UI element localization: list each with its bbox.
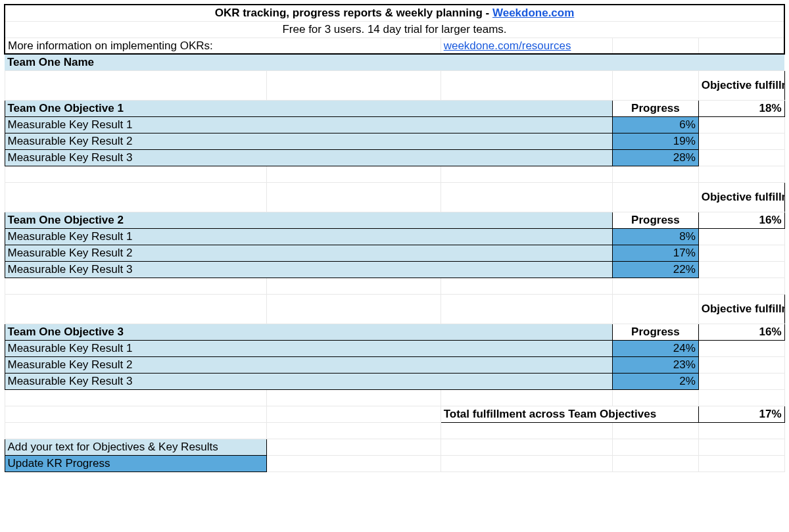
objective-fulfillment-header: Objective fulfillment <box>698 294 784 324</box>
okr-spreadsheet[interactable]: OKR tracking, progress reports & weekly … <box>4 4 785 472</box>
objective-title[interactable]: Team One Objective 2 <box>5 212 613 228</box>
progress-header: Progress <box>613 212 699 228</box>
objective-fulfillment-header: Objective fulfillment <box>698 182 784 212</box>
subtitle-cell: Free for 3 users. 14 day trial for large… <box>5 21 784 37</box>
empty-cell <box>613 37 699 54</box>
key-result[interactable]: Measurable Key Result 2 <box>5 133 613 149</box>
objective-title[interactable]: Team One Objective 3 <box>5 324 613 340</box>
legend-edit-text: Add your text for Objectives & Key Resul… <box>5 439 267 455</box>
kr-progress[interactable]: 24% <box>613 340 699 356</box>
kr-progress[interactable]: 17% <box>613 245 699 261</box>
total-label: Total fulfillment across Team Objectives <box>441 406 698 422</box>
info-label: More information on implementing OKRs: <box>5 37 441 54</box>
total-value: 17% <box>698 406 784 422</box>
objective-fulfillment-value: 16% <box>698 212 784 228</box>
progress-header: Progress <box>613 100 699 116</box>
objective-fulfillment-value: 18% <box>698 100 784 116</box>
kr-progress[interactable]: 28% <box>613 149 699 166</box>
key-result[interactable]: Measurable Key Result 3 <box>5 261 613 278</box>
kr-progress[interactable]: 2% <box>613 373 699 389</box>
objective-fulfillment-value: 16% <box>698 324 784 340</box>
kr-progress[interactable]: 6% <box>613 116 699 133</box>
kr-progress[interactable]: 22% <box>613 261 699 278</box>
empty-cell <box>698 37 784 54</box>
key-result[interactable]: Measurable Key Result 3 <box>5 149 613 166</box>
kr-progress[interactable]: 8% <box>613 228 699 245</box>
objective-title[interactable]: Team One Objective 1 <box>5 100 613 116</box>
title-prefix: OKR tracking, progress reports & weekly … <box>215 7 492 19</box>
key-result[interactable]: Measurable Key Result 3 <box>5 373 613 389</box>
title-link[interactable]: Weekdone.com <box>492 7 574 19</box>
kr-progress[interactable]: 19% <box>613 133 699 149</box>
key-result[interactable]: Measurable Key Result 1 <box>5 340 613 356</box>
key-result[interactable]: Measurable Key Result 2 <box>5 356 613 373</box>
kr-progress[interactable]: 23% <box>613 356 699 373</box>
key-result[interactable]: Measurable Key Result 1 <box>5 116 613 133</box>
progress-header: Progress <box>613 324 699 340</box>
key-result[interactable]: Measurable Key Result 2 <box>5 245 613 261</box>
team-name: Team One Name <box>5 54 784 70</box>
legend-update-progress: Update KR Progress <box>5 455 267 472</box>
title-cell: OKR tracking, progress reports & weekly … <box>5 5 784 21</box>
info-link[interactable]: weekdone.com/resources <box>441 37 612 54</box>
key-result[interactable]: Measurable Key Result 1 <box>5 228 613 245</box>
objective-fulfillment-header: Objective fulfillment <box>698 70 784 100</box>
